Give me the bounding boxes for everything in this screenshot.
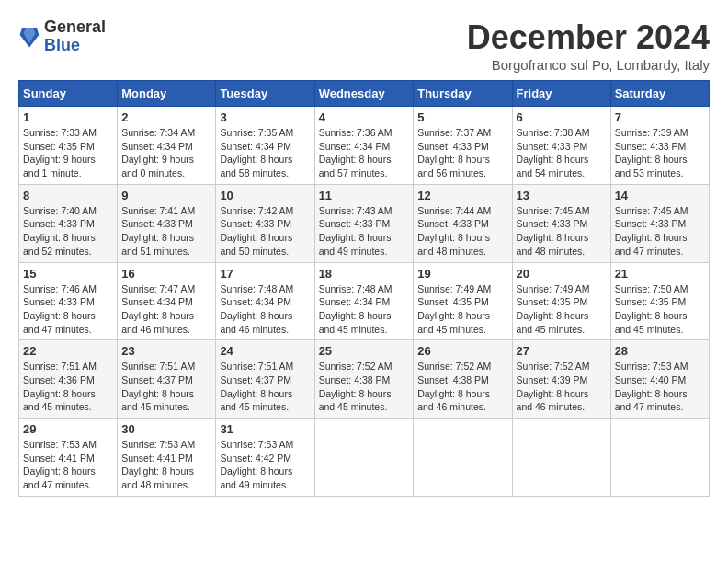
sunset-label: Sunset: 4:34 PM: [319, 296, 391, 307]
sunrise-label: Sunrise: 7:45 AM: [517, 205, 590, 216]
day-number: 1: [23, 110, 113, 124]
sunrise-label: Sunrise: 7:38 AM: [517, 127, 590, 138]
calendar-cell: [414, 419, 512, 497]
day-info: Sunrise: 7:45 AM Sunset: 4:33 PM Dayligh…: [517, 204, 607, 259]
calendar-cell: [610, 419, 709, 497]
day-info: Sunrise: 7:42 AM Sunset: 4:33 PM Dayligh…: [220, 204, 310, 259]
day-number: 22: [23, 344, 113, 358]
daylight-label: Daylight: 8 hours and 46 minutes.: [220, 310, 292, 335]
calendar-cell: 30 Sunrise: 7:53 AM Sunset: 4:41 PM Dayl…: [118, 419, 216, 497]
sunset-label: Sunset: 4:34 PM: [319, 141, 391, 152]
sunrise-label: Sunrise: 7:48 AM: [220, 283, 293, 294]
sunset-label: Sunset: 4:33 PM: [417, 218, 489, 229]
sunrise-label: Sunrise: 7:51 AM: [121, 361, 195, 372]
sunrise-label: Sunrise: 7:53 AM: [220, 439, 293, 450]
sunrise-label: Sunrise: 7:44 AM: [417, 205, 491, 216]
calendar-header-thursday: Thursday: [414, 81, 512, 107]
day-number: 3: [220, 110, 310, 124]
day-info: Sunrise: 7:48 AM Sunset: 4:34 PM Dayligh…: [220, 282, 310, 337]
day-number: 8: [23, 189, 113, 202]
calendar-cell: 10 Sunrise: 7:42 AM Sunset: 4:33 PM Dayl…: [216, 184, 314, 262]
day-info: Sunrise: 7:34 AM Sunset: 4:34 PM Dayligh…: [121, 126, 211, 180]
sunrise-label: Sunrise: 7:37 AM: [417, 127, 491, 138]
daylight-label: Daylight: 8 hours and 45 minutes.: [23, 388, 96, 413]
sunrise-label: Sunrise: 7:35 AM: [220, 127, 293, 138]
daylight-label: Daylight: 8 hours and 45 minutes.: [417, 310, 490, 335]
calendar-cell: 24 Sunrise: 7:51 AM Sunset: 4:37 PM Dayl…: [216, 340, 314, 419]
calendar-header-monday: Monday: [118, 81, 216, 107]
sunrise-label: Sunrise: 7:52 AM: [517, 361, 590, 372]
daylight-label: Daylight: 9 hours and 0 minutes.: [121, 154, 194, 178]
sunset-label: Sunset: 4:42 PM: [220, 453, 291, 464]
day-info: Sunrise: 7:48 AM Sunset: 4:34 PM Dayligh…: [319, 282, 410, 337]
calendar-cell: 21 Sunrise: 7:50 AM Sunset: 4:35 PM Dayl…: [610, 262, 709, 340]
calendar-cell: 14 Sunrise: 7:45 AM Sunset: 4:33 PM Dayl…: [610, 184, 709, 262]
day-number: 24: [220, 344, 310, 358]
calendar-week-row: 15 Sunrise: 7:46 AM Sunset: 4:33 PM Dayl…: [19, 262, 710, 340]
page-header: General Blue December 2024 Borgofranco s…: [18, 18, 710, 73]
day-number: 15: [23, 267, 113, 281]
day-number: 20: [517, 267, 607, 281]
calendar-cell: 17 Sunrise: 7:48 AM Sunset: 4:34 PM Dayl…: [216, 262, 314, 340]
sunrise-label: Sunrise: 7:41 AM: [121, 205, 195, 216]
day-number: 21: [615, 267, 705, 281]
day-info: Sunrise: 7:52 AM Sunset: 4:39 PM Dayligh…: [517, 360, 607, 414]
calendar-cell: 23 Sunrise: 7:51 AM Sunset: 4:37 PM Dayl…: [118, 340, 216, 419]
day-info: Sunrise: 7:46 AM Sunset: 4:33 PM Dayligh…: [23, 282, 113, 337]
day-number: 23: [121, 344, 211, 358]
day-info: Sunrise: 7:49 AM Sunset: 4:35 PM Dayligh…: [417, 282, 507, 337]
sunset-label: Sunset: 4:38 PM: [319, 374, 391, 385]
sunrise-label: Sunrise: 7:53 AM: [121, 439, 195, 450]
calendar-cell: 13 Sunrise: 7:45 AM Sunset: 4:33 PM Dayl…: [512, 184, 610, 262]
calendar-cell: 31 Sunrise: 7:53 AM Sunset: 4:42 PM Dayl…: [216, 419, 314, 497]
calendar-header-saturday: Saturday: [610, 81, 709, 107]
calendar-cell: 5 Sunrise: 7:37 AM Sunset: 4:33 PM Dayli…: [414, 107, 512, 185]
sunset-label: Sunset: 4:36 PM: [23, 374, 95, 385]
daylight-label: Daylight: 8 hours and 45 minutes.: [615, 310, 688, 335]
calendar-cell: 9 Sunrise: 7:41 AM Sunset: 4:33 PM Dayli…: [118, 184, 216, 262]
day-number: 7: [615, 110, 705, 124]
calendar-cell: 2 Sunrise: 7:34 AM Sunset: 4:34 PM Dayli…: [118, 107, 216, 185]
sunset-label: Sunset: 4:33 PM: [319, 218, 391, 229]
daylight-label: Daylight: 8 hours and 45 minutes.: [319, 310, 392, 335]
calendar-header-row: SundayMondayTuesdayWednesdayThursdayFrid…: [19, 81, 710, 107]
sunrise-label: Sunrise: 7:49 AM: [417, 283, 491, 294]
day-number: 27: [517, 344, 607, 358]
daylight-label: Daylight: 8 hours and 56 minutes.: [417, 154, 490, 178]
day-number: 28: [615, 344, 705, 358]
day-info: Sunrise: 7:38 AM Sunset: 4:33 PM Dayligh…: [517, 126, 607, 180]
sunrise-label: Sunrise: 7:34 AM: [121, 127, 195, 138]
daylight-label: Daylight: 9 hours and 1 minute.: [23, 154, 96, 178]
sunset-label: Sunset: 4:34 PM: [121, 141, 193, 152]
calendar-cell: [314, 419, 414, 497]
month-title: December 2024: [467, 18, 710, 57]
day-info: Sunrise: 7:51 AM Sunset: 4:37 PM Dayligh…: [220, 360, 310, 414]
daylight-label: Daylight: 8 hours and 49 minutes.: [220, 465, 292, 490]
sunset-label: Sunset: 4:33 PM: [23, 218, 95, 229]
day-number: 13: [517, 189, 607, 202]
day-number: 2: [121, 110, 211, 124]
sunset-label: Sunset: 4:33 PM: [23, 296, 95, 307]
day-info: Sunrise: 7:45 AM Sunset: 4:33 PM Dayligh…: [615, 204, 705, 259]
daylight-label: Daylight: 8 hours and 45 minutes.: [220, 388, 292, 413]
sunset-label: Sunset: 4:35 PM: [517, 296, 588, 307]
calendar-cell: 16 Sunrise: 7:47 AM Sunset: 4:34 PM Dayl…: [118, 262, 216, 340]
sunset-label: Sunset: 4:33 PM: [220, 218, 291, 229]
daylight-label: Daylight: 8 hours and 51 minutes.: [121, 232, 194, 257]
calendar-week-row: 22 Sunrise: 7:51 AM Sunset: 4:36 PM Dayl…: [19, 340, 710, 419]
sunrise-label: Sunrise: 7:47 AM: [121, 283, 195, 294]
daylight-label: Daylight: 8 hours and 46 minutes.: [121, 310, 194, 335]
daylight-label: Daylight: 8 hours and 48 minutes.: [517, 232, 589, 257]
sunrise-label: Sunrise: 7:36 AM: [319, 127, 392, 138]
day-info: Sunrise: 7:40 AM Sunset: 4:33 PM Dayligh…: [23, 204, 113, 259]
sunrise-label: Sunrise: 7:39 AM: [615, 127, 688, 138]
day-number: 10: [220, 189, 310, 202]
calendar-cell: 25 Sunrise: 7:52 AM Sunset: 4:38 PM Dayl…: [314, 340, 414, 419]
day-number: 25: [319, 344, 410, 358]
sunset-label: Sunset: 4:41 PM: [23, 453, 95, 464]
sunrise-label: Sunrise: 7:45 AM: [615, 205, 688, 216]
day-info: Sunrise: 7:33 AM Sunset: 4:35 PM Dayligh…: [23, 126, 113, 180]
daylight-label: Daylight: 8 hours and 47 minutes.: [23, 465, 96, 490]
calendar-week-row: 29 Sunrise: 7:53 AM Sunset: 4:41 PM Dayl…: [19, 419, 710, 497]
day-info: Sunrise: 7:43 AM Sunset: 4:33 PM Dayligh…: [319, 204, 410, 259]
